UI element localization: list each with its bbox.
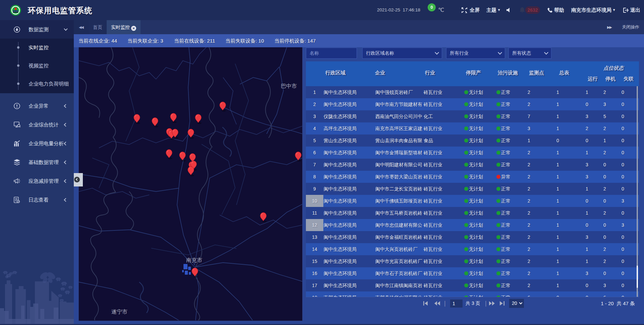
svg-text:巴中市: 巴中市: [281, 83, 297, 89]
svg-text:遂宁市: 遂宁市: [111, 309, 127, 315]
svg-text:南充市: 南充市: [186, 257, 202, 263]
